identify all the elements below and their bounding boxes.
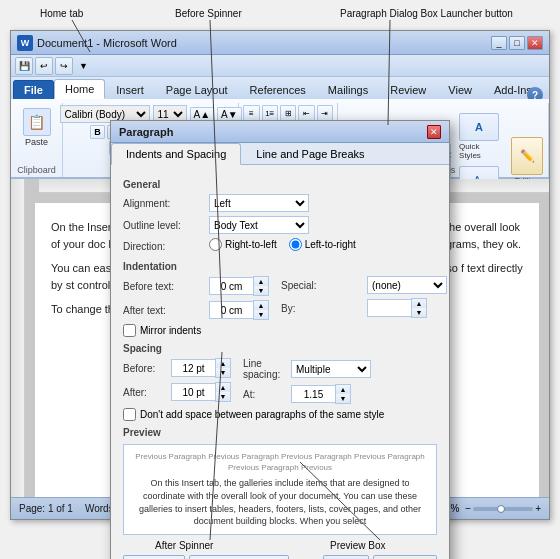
multilevel-button[interactable]: ⊞: [280, 105, 296, 121]
minimize-button[interactable]: _: [491, 36, 507, 50]
clipboard-group-label: Clipboard: [11, 165, 62, 175]
quick-access-toolbar: 💾 ↩ ↪ ▼: [11, 55, 549, 77]
line-spacing-label: Line spacing:: [243, 358, 287, 380]
dialog-title-text: Paragraph: [119, 126, 173, 138]
annotation-paragraph-dialog-launcher: Paragraph Dialog Box Launcher button: [340, 8, 513, 19]
tabs-button[interactable]: Tabs...: [123, 555, 185, 559]
tab-references[interactable]: References: [239, 80, 317, 99]
before-text-label: Before text:: [123, 281, 203, 292]
after-text-spinner: ▲ ▼: [209, 300, 269, 320]
tab-page-layout[interactable]: Page Layout: [155, 80, 239, 99]
at-down[interactable]: ▼: [336, 394, 350, 403]
after-spacing-up[interactable]: ▲: [216, 383, 230, 392]
maximize-button[interactable]: □: [509, 36, 525, 50]
title-bar-controls: _ □ ✕: [491, 36, 543, 50]
vertical-ruler: [11, 179, 25, 497]
bold-button[interactable]: B: [90, 125, 105, 139]
decrease-indent-button[interactable]: ⇤: [298, 105, 314, 121]
dialog-body: General Alignment: Left Outline level: B…: [111, 165, 449, 549]
word-icon: W: [17, 35, 33, 51]
before-text-up[interactable]: ▲: [254, 277, 268, 286]
before-text-spinner: ▲ ▼: [209, 276, 269, 296]
direction-ltr[interactable]: Left-to-right: [289, 238, 356, 251]
preview-box: Previous Paragraph Previous Paragraph Pr…: [123, 444, 437, 535]
before-spacing-label: Before:: [123, 363, 167, 374]
undo-quick-btn[interactable]: ↩: [35, 57, 53, 75]
paste-button[interactable]: 📋 Paste: [18, 105, 56, 150]
dialog-close-button[interactable]: ✕: [427, 125, 441, 139]
special-select[interactable]: (none): [367, 276, 447, 294]
before-text-input[interactable]: [209, 277, 253, 295]
tab-line-page-breaks[interactable]: Line and Page Breaks: [241, 143, 379, 164]
by-down[interactable]: ▼: [412, 308, 426, 317]
zoom-slider[interactable]: [473, 507, 533, 511]
by-up[interactable]: ▲: [412, 299, 426, 308]
after-text-down[interactable]: ▼: [254, 310, 268, 319]
mirror-indents-label: Mirror indents: [140, 325, 201, 336]
line-spacing-select[interactable]: Multiple: [291, 360, 371, 378]
zoom-in-btn[interactable]: +: [535, 503, 541, 514]
alignment-select[interactable]: Left: [209, 194, 309, 212]
title-bar: W Document1 - Microsoft Word _ □ ✕: [11, 31, 549, 55]
at-spinner: ▲ ▼: [291, 384, 351, 404]
tab-mailings[interactable]: Mailings: [317, 80, 379, 99]
paragraph-dialog: Paragraph ✕ Indents and Spacing Line and…: [110, 120, 450, 559]
ok-button[interactable]: OK: [323, 555, 369, 559]
increase-indent-button[interactable]: ⇥: [317, 105, 333, 121]
special-label: Special:: [281, 280, 361, 291]
by-spinner: ▲ ▼: [367, 298, 427, 318]
general-section-label: General: [123, 179, 437, 190]
at-label: At:: [243, 389, 287, 400]
no-extra-space-checkbox[interactable]: [123, 408, 136, 421]
tab-indents-spacing[interactable]: Indents and Spacing: [111, 143, 241, 165]
annotation-before-spinner: Before Spinner: [175, 8, 242, 19]
tab-insert[interactable]: Insert: [105, 80, 155, 99]
at-input[interactable]: [291, 385, 335, 403]
after-spacing-input[interactable]: [171, 383, 215, 401]
preview-section-label: Preview: [123, 427, 437, 438]
page-status: Page: 1 of 1: [19, 503, 73, 514]
after-text-label: After text:: [123, 305, 203, 316]
no-extra-space-label: Don't add space between paragraphs of th…: [140, 409, 384, 420]
by-input[interactable]: [367, 299, 411, 317]
before-text-down[interactable]: ▼: [254, 286, 268, 295]
before-spacing-input[interactable]: [171, 359, 215, 377]
before-spacing-down[interactable]: ▼: [216, 368, 230, 377]
tab-file[interactable]: File: [13, 80, 54, 99]
no-extra-space-row: Don't add space between paragraphs of th…: [123, 408, 437, 421]
tab-home[interactable]: Home: [54, 79, 105, 99]
tab-view[interactable]: View: [437, 80, 483, 99]
dialog-title-bar: Paragraph ✕: [111, 121, 449, 143]
tab-review[interactable]: Review: [379, 80, 437, 99]
after-spacing-spinner: ▲ ▼: [171, 382, 231, 402]
outline-level-label: Outline level:: [123, 220, 203, 231]
at-up[interactable]: ▲: [336, 385, 350, 394]
direction-rtl[interactable]: Right-to-left: [209, 238, 277, 251]
zoom-thumb: [497, 505, 505, 513]
numbering-button[interactable]: 1≡: [262, 105, 278, 121]
set-as-default-button[interactable]: Set As Default: [189, 555, 289, 559]
bullets-button[interactable]: ≡: [243, 105, 259, 121]
direction-radio-group: Right-to-left Left-to-right: [209, 238, 356, 251]
cancel-button[interactable]: Cancel: [373, 555, 437, 559]
save-quick-btn[interactable]: 💾: [15, 57, 33, 75]
spacing-section-label: Spacing: [123, 343, 437, 354]
indentation-section-label: Indentation: [123, 261, 437, 272]
by-label: By:: [281, 303, 361, 314]
close-button[interactable]: ✕: [527, 36, 543, 50]
before-spacing-up[interactable]: ▲: [216, 359, 230, 368]
ribbon-group-clipboard: 📋 Paste Clipboard: [11, 103, 63, 177]
qa-dropdown[interactable]: ▼: [79, 61, 88, 71]
outline-level-select[interactable]: Body Text: [209, 216, 309, 234]
after-spacing-down[interactable]: ▼: [216, 392, 230, 401]
mirror-indents-checkbox[interactable]: [123, 324, 136, 337]
paste-icon: 📋: [23, 108, 51, 136]
preview-text: On this Insert tab, the galleries includ…: [130, 477, 430, 527]
zoom-out-btn[interactable]: −: [465, 503, 471, 514]
dialog-tabs: Indents and Spacing Line and Page Breaks: [111, 143, 449, 165]
redo-quick-btn[interactable]: ↪: [55, 57, 73, 75]
after-text-up[interactable]: ▲: [254, 301, 268, 310]
before-spacing-spinner: ▲ ▼: [171, 358, 231, 378]
after-text-input[interactable]: [209, 301, 253, 319]
quick-styles-button[interactable]: A Quick Styles: [455, 111, 503, 162]
